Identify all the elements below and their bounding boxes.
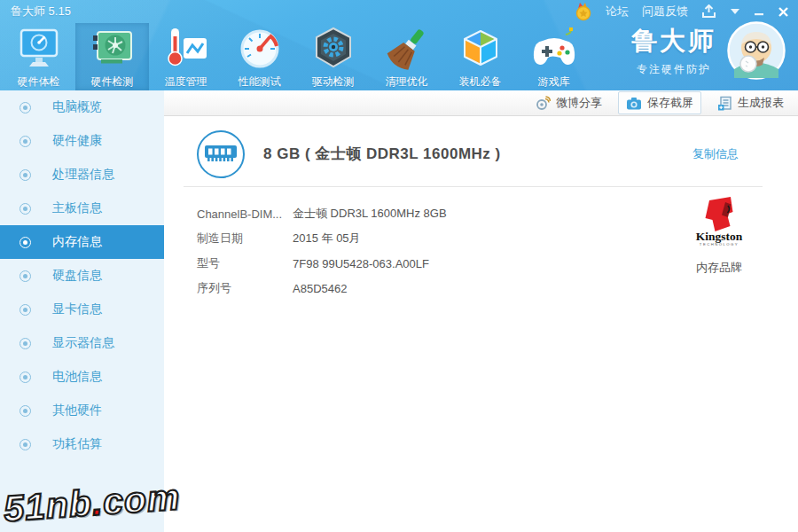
row-label: 制造日期 (197, 231, 293, 246)
app-title: 鲁大师 5.15 (11, 4, 71, 20)
memory-info-panel: 8 GB ( 金士顿 DDR3L 1600MHz ) 复制信息 ChannelB… (164, 116, 798, 532)
brand-area: 鲁大师 专注硬件防护 (631, 21, 786, 80)
row-value: 7F98 99U5428-063.A00LF (293, 257, 429, 270)
gpu-card-icon (89, 26, 137, 74)
brand-name: 鲁大师 (631, 24, 716, 59)
sidebar-item-other-hardware[interactable]: 其他硬件 (0, 394, 164, 427)
memory-brand-panel: Kingston TECHNOLOGY 内存品牌 (692, 194, 747, 276)
sidebar-item-cpu-info[interactable]: 处理器信息 (0, 158, 164, 192)
ram-circle (197, 130, 245, 178)
sidebar-item-motherboard-info[interactable]: 主板信息 (0, 192, 164, 225)
tool-hardware-checkup[interactable]: 硬件体检 (2, 23, 75, 90)
tool-temperature[interactable]: 温度管理 (149, 23, 223, 90)
tool-hardware-detect[interactable]: 硬件检测 (75, 23, 149, 90)
cleaning-brush-icon (383, 26, 431, 74)
ram-stick-icon (204, 141, 238, 168)
camera-icon (626, 97, 642, 110)
sidebar-item-gpu-info[interactable]: 显卡信息 (0, 293, 164, 326)
sidebar-item-hardware-health[interactable]: 硬件健康 (0, 124, 164, 158)
forum-link[interactable]: 论坛 (606, 4, 629, 20)
row-value: 金士顿 DDR3L 1600MHz 8GB (293, 206, 447, 222)
table-row: ChannelB-DIM... 金士顿 DDR3L 1600MHz 8GB (197, 201, 447, 226)
titlebar-controls: 论坛 问题反馈 (575, 0, 789, 23)
row-value: A85D5462 (293, 282, 347, 295)
radio-icon (20, 203, 31, 215)
upgrade-icon[interactable] (701, 4, 716, 19)
medal-icon[interactable] (575, 2, 592, 21)
sidebar-item-power-estimate[interactable]: 功耗估算 (0, 427, 164, 461)
close-button[interactable] (778, 6, 789, 18)
menu-dropdown-icon[interactable] (730, 8, 740, 15)
gauge-icon (236, 26, 284, 74)
gamepad-icon (530, 26, 578, 74)
svg-text:Kingston: Kingston (696, 230, 743, 243)
top-bar: 鲁大师 5.15 论坛 问题反馈 (0, 0, 798, 90)
row-label: ChannelB-DIM... (197, 207, 293, 221)
sidebar: 电脑概览 硬件健康 处理器信息 主板信息 内存信息 硬盘信息 显卡信息 显示器 (0, 90, 164, 532)
tool-benchmark[interactable]: 性能测试 (223, 23, 296, 90)
table-row: 型号 7F98 99U5428-063.A00LF (197, 251, 447, 276)
weibo-icon (536, 96, 551, 110)
title-bar: 鲁大师 5.15 论坛 问题反馈 (0, 0, 798, 23)
radio-icon (20, 102, 31, 113)
table-row: 制造日期 2015 年 05月 (197, 226, 447, 251)
radio-icon (20, 439, 31, 450)
main-toolbar: 硬件体检 硬件检测 (2, 23, 591, 90)
svg-text:TECHNOLOGY: TECHNOLOGY (700, 242, 739, 246)
row-label: 型号 (197, 255, 293, 271)
weibo-share-button[interactable]: 微博分享 (528, 92, 609, 113)
memory-brand-caption: 内存品牌 (692, 260, 747, 276)
row-value: 2015 年 05月 (293, 231, 361, 246)
tool-cleanup[interactable]: 清理优化 (370, 23, 443, 90)
radio-icon (20, 136, 31, 147)
sidebar-item-disk-info[interactable]: 硬盘信息 (0, 259, 164, 293)
radio-icon (20, 270, 31, 282)
copy-info-link[interactable]: 复制信息 (692, 146, 739, 162)
radio-icon (20, 169, 31, 181)
generate-report-button[interactable]: 生成报表 (710, 92, 791, 113)
monitor-radar-icon (15, 26, 63, 74)
action-bar: 微博分享 保存截屏 生成报表 (164, 90, 798, 116)
driver-gear-icon (309, 26, 357, 74)
sidebar-item-memory-info[interactable]: 内存信息 (0, 225, 164, 259)
memory-summary: 8 GB ( 金士顿 DDR3L 1600MHz ) (263, 144, 501, 164)
radio-icon (20, 338, 31, 349)
cube-icon (457, 26, 505, 74)
save-screenshot-button[interactable]: 保存截屏 (618, 91, 701, 114)
report-icon (717, 96, 732, 111)
kingston-logo: Kingston TECHNOLOGY (692, 194, 747, 249)
tool-game-library[interactable]: 游戏库 (517, 23, 591, 90)
memory-detail-table: ChannelB-DIM... 金士顿 DDR3L 1600MHz 8GB 制造… (197, 201, 447, 301)
sidebar-item-battery-info[interactable]: 电池信息 (0, 360, 164, 394)
sidebar-item-computer-overview[interactable]: 电脑概览 (0, 90, 164, 124)
row-label: 序列号 (197, 280, 293, 296)
minimize-button[interactable] (754, 6, 764, 17)
mascot-avatar-icon (727, 21, 786, 80)
tool-driver-detect[interactable]: 驱动检测 (296, 23, 370, 90)
radio-icon (20, 405, 31, 417)
table-row: 序列号 A85D5462 (197, 276, 447, 301)
radio-icon (20, 304, 31, 316)
sidebar-item-display-info[interactable]: 显示器信息 (0, 326, 164, 360)
radio-icon (20, 372, 31, 383)
feedback-link[interactable]: 问题反馈 (642, 4, 688, 20)
thermometer-chart-icon (162, 26, 210, 74)
radio-icon (20, 237, 31, 248)
brand-slogan: 专注硬件防护 (631, 62, 716, 77)
divider (184, 186, 763, 187)
ludashi-window: 鲁大师 5.15 论坛 问题反馈 (0, 0, 798, 532)
tool-pc-builder[interactable]: 装机必备 (443, 23, 517, 90)
